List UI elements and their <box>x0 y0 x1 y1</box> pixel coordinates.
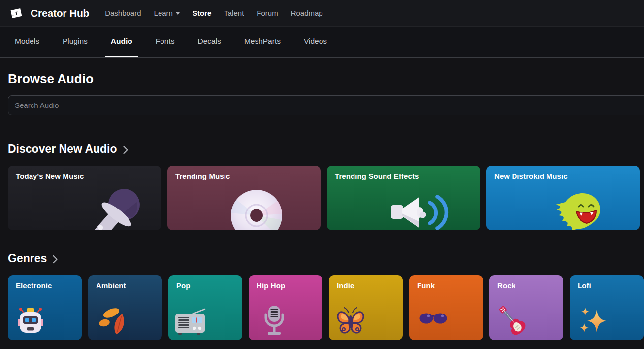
radio-icon <box>174 307 207 335</box>
genre-card-lofi[interactable]: Lofi <box>570 275 644 340</box>
genre-card-electronic[interactable]: Electronic <box>8 275 82 340</box>
nav-item-label: Forum <box>257 9 278 17</box>
main-content: Browse Audio Discover New Audio Today's … <box>0 70 644 340</box>
card-title: Rock <box>497 281 515 290</box>
creator-hub-logo-icon <box>8 5 25 22</box>
genre-card-rock[interactable]: Rock <box>489 275 563 340</box>
tab-meshparts[interactable]: MeshParts <box>238 27 287 57</box>
card-title: Indie <box>337 281 354 290</box>
tab-audio[interactable]: Audio <box>105 27 138 57</box>
robot-icon <box>15 305 46 336</box>
creator-hub-brand[interactable]: Creator Hub <box>8 5 89 22</box>
card-title: Ambient <box>96 281 126 290</box>
nav-item-label: Talent <box>224 9 244 17</box>
card-title: Trending Music <box>175 172 230 180</box>
tab-decals[interactable]: Decals <box>192 27 226 57</box>
tab-models[interactable]: Models <box>9 27 45 57</box>
card-title: Funk <box>417 281 435 290</box>
genre-card-ambient[interactable]: Ambient <box>88 275 162 340</box>
sparkles-icon <box>579 303 607 336</box>
genre-card-indie[interactable]: Indie <box>329 275 403 340</box>
discover-card-todays-new-music[interactable]: Today's New Music <box>8 166 161 230</box>
genres-section-link[interactable]: Genres <box>8 251 644 266</box>
genre-card-funk[interactable]: Funk <box>409 275 483 340</box>
nav-item-store[interactable]: Store <box>193 9 211 17</box>
chevron-right-icon <box>123 145 129 155</box>
search-input[interactable] <box>8 95 644 115</box>
tab-fonts[interactable]: Fonts <box>150 27 181 57</box>
electric-guitar-icon <box>495 304 527 335</box>
chevron-right-icon <box>52 254 58 264</box>
distrokid-mascot-icon <box>553 190 605 230</box>
card-title: Hip Hop <box>257 281 285 290</box>
section-title: Genres <box>8 251 47 266</box>
store-category-tabs: Models Plugins Audio Fonts Decals MeshPa… <box>0 27 644 58</box>
card-title: New Distrokid Music <box>494 172 568 180</box>
page-title: Browse Audio <box>8 70 644 88</box>
genre-card-pop[interactable]: Pop <box>168 275 242 340</box>
card-title: Electronic <box>16 281 52 290</box>
search-bar <box>8 95 644 115</box>
card-title: Pop <box>176 281 191 290</box>
speaker-3d-icon <box>388 191 450 230</box>
genre-card-hip-hop[interactable]: Hip Hop <box>249 275 322 340</box>
nav-item-label: Store <box>193 9 211 17</box>
discover-card-trending-sound-effects[interactable]: Trending Sound Effects <box>327 166 480 230</box>
nav-item-talent[interactable]: Talent <box>224 9 244 17</box>
nav-item-forum[interactable]: Forum <box>257 9 278 17</box>
nav-item-label: Roadmap <box>291 9 323 17</box>
tab-plugins[interactable]: Plugins <box>57 27 94 57</box>
brand-name: Creator Hub <box>31 7 89 19</box>
cd-3d-icon <box>229 188 284 230</box>
tab-videos[interactable]: Videos <box>298 27 333 57</box>
card-title: Today's New Music <box>16 172 84 180</box>
card-title: Lofi <box>578 281 591 290</box>
genre-card-row: Electronic Ambient <box>8 275 644 340</box>
top-nav: Creator Hub Dashboard Learn Store Talent… <box>0 0 644 27</box>
discover-card-row: Today's New Music Trending Music <box>8 166 644 230</box>
nav-item-learn[interactable]: Learn <box>154 9 180 17</box>
sunglasses-icon <box>419 313 448 324</box>
butterfly-icon <box>336 306 365 335</box>
caret-down-icon <box>176 12 180 15</box>
studio-microphone-icon <box>263 305 285 337</box>
autumn-leaves-icon <box>98 306 129 336</box>
nav-item-dashboard[interactable]: Dashboard <box>105 9 141 17</box>
nav-item-roadmap[interactable]: Roadmap <box>291 9 323 17</box>
discover-card-trending-music[interactable]: Trending Music <box>167 166 321 230</box>
discover-section-link[interactable]: Discover New Audio <box>8 141 644 156</box>
section-title: Discover New Audio <box>8 141 117 156</box>
nav-item-label: Dashboard <box>105 9 141 17</box>
primary-nav: Dashboard Learn Store Talent Forum Roadm… <box>105 9 323 17</box>
nav-item-label: Learn <box>154 9 173 17</box>
card-title: Trending Sound Effects <box>335 172 419 180</box>
discover-card-new-distrokid-music[interactable]: New Distrokid Music <box>486 166 640 230</box>
